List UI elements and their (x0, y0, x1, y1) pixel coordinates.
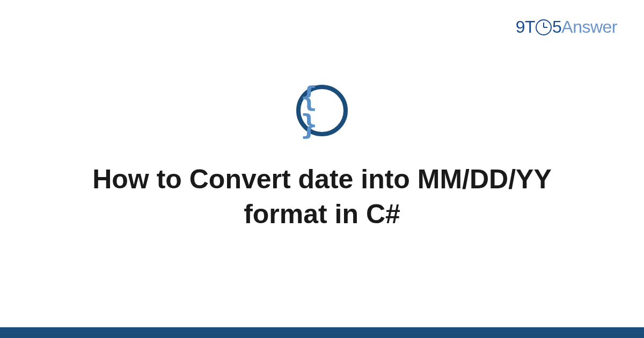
category-icon-circle: { } (296, 85, 348, 136)
page-title: How to Convert date into MM/DD/YY format… (80, 162, 564, 232)
main-content: { } How to Convert date into MM/DD/YY fo… (0, 0, 644, 338)
footer-bar (0, 327, 644, 338)
code-braces-icon: { } (301, 83, 343, 138)
